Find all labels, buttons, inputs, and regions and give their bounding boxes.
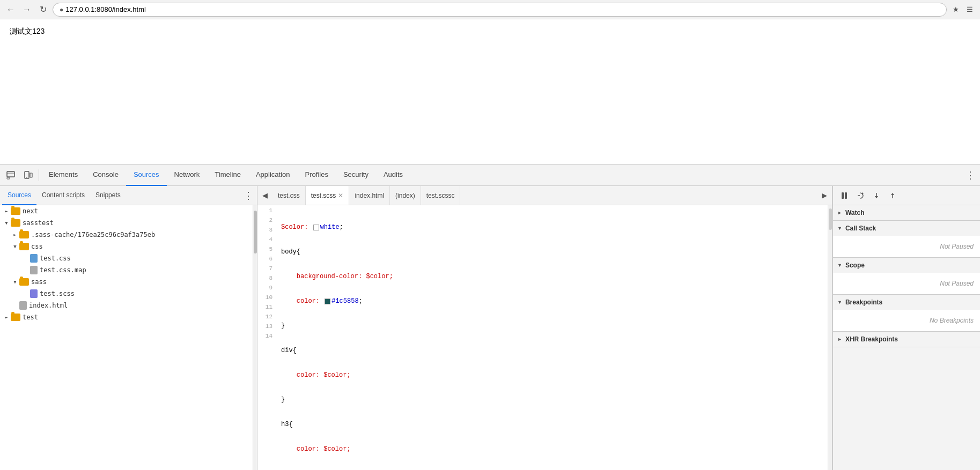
tree-item-test-scss[interactable]: test.scss xyxy=(0,288,253,300)
more-tabs-icon[interactable]: ⋮ xyxy=(963,168,978,183)
debug-toolbar xyxy=(833,186,980,205)
folder-label-test: test xyxy=(23,314,38,321)
back-button[interactable]: ← xyxy=(4,3,17,16)
file-panel: Sources Content scripts Snippets ⋮ ► nex… xyxy=(0,186,257,470)
editor-tab-label-test-css: test.css xyxy=(278,192,300,199)
tree-item-next[interactable]: ► next xyxy=(0,205,253,217)
breakpoints-section-header[interactable]: ▼ Breakpoints xyxy=(833,295,980,310)
editor-nav-left[interactable]: ◀ xyxy=(257,188,272,203)
bookmark-icon[interactable]: ★ xyxy=(950,4,962,16)
folder-icon-sass xyxy=(19,278,29,286)
devtools-tab-bar: Elements Console Sources Network Timelin… xyxy=(0,165,980,186)
debug-panel: ► Watch ▼ Call Stack Not Paused ▼ Scope xyxy=(832,186,980,470)
toggle-test[interactable]: ► xyxy=(2,313,11,322)
file-panel-tabs: Sources Content scripts Snippets ⋮ xyxy=(0,186,257,205)
watch-triangle-icon: ► xyxy=(837,210,842,215)
inspect-element-icon[interactable] xyxy=(2,167,19,184)
pause-button[interactable] xyxy=(837,189,851,203)
tree-item-index-html[interactable]: index.html xyxy=(0,300,253,311)
scope-section-header[interactable]: ▼ Scope xyxy=(833,258,980,273)
file-label-test-scss: test.scss xyxy=(40,290,75,297)
tree-item-sass-cache[interactable]: ► .sass-cache/176ea25c96c9af3a75eb xyxy=(0,229,253,241)
toggle-sasstest[interactable]: ▼ xyxy=(2,219,11,227)
tab-timeline[interactable]: Timeline xyxy=(207,165,248,186)
svg-marker-11 xyxy=(875,196,878,198)
breakpoints-section: ▼ Breakpoints No Breakpoints xyxy=(833,295,980,332)
snippets-tab[interactable]: Snippets xyxy=(90,186,126,205)
toggle-sass-cache[interactable]: ► xyxy=(11,230,19,239)
editor-nav-right[interactable]: ▶ xyxy=(817,188,832,203)
xhr-breakpoints-section-label: XHR Breakpoints xyxy=(845,335,898,343)
code-content[interactable]: $color: white ; body{ background-color: … xyxy=(277,205,828,470)
watch-section-label: Watch xyxy=(845,209,865,217)
folder-label-sasstest: sasstest xyxy=(23,219,54,227)
page-text: 测试文123 xyxy=(10,27,45,35)
svg-marker-13 xyxy=(891,193,894,195)
tab-security[interactable]: Security xyxy=(336,165,376,186)
xhr-breakpoints-triangle-icon: ► xyxy=(837,337,842,342)
tab-application[interactable]: Application xyxy=(248,165,298,186)
call-stack-content: Not Paused xyxy=(833,236,980,257)
file-tree-scrollbar[interactable] xyxy=(253,205,257,470)
reload-button[interactable]: ↻ xyxy=(36,3,49,16)
settings-icon[interactable]: ☰ xyxy=(964,4,976,16)
tab-audits[interactable]: Audits xyxy=(376,165,410,186)
breakpoints-triangle-icon: ▼ xyxy=(837,300,842,305)
watch-section: ► Watch xyxy=(833,205,980,221)
editor-tab-label-index-html: index.html xyxy=(355,192,384,199)
watch-section-header[interactable]: ► Watch xyxy=(833,205,980,220)
code-line-1: $color: white ; xyxy=(281,222,828,232)
code-line-6: div{ xyxy=(281,346,828,355)
editor-tab-index[interactable]: (index) xyxy=(390,186,421,205)
step-over-button[interactable] xyxy=(853,189,867,203)
editor-tab-index-html[interactable]: index.html xyxy=(349,186,390,205)
tree-item-sasstest[interactable]: ▼ sasstest xyxy=(0,217,253,229)
tree-item-sass[interactable]: ▼ sass xyxy=(0,276,253,288)
tab-profiles[interactable]: Profiles xyxy=(298,165,336,186)
code-line-9: h3{ xyxy=(281,420,828,429)
tree-item-test-css[interactable]: test.css xyxy=(0,252,253,264)
url-text: 127.0.0.1:8080/index.html xyxy=(65,5,146,13)
editor-tabs: ◀ test.css test.scss ✕ index.html (index… xyxy=(257,186,832,205)
xhr-breakpoints-section: ► XHR Breakpoints xyxy=(833,332,980,347)
tab-console[interactable]: Console xyxy=(85,165,126,186)
svg-rect-7 xyxy=(845,192,847,199)
folder-label-sass-cache: .sass-cache/176ea25c96c9af3a75eb xyxy=(31,231,155,238)
editor-panel: ◀ test.css test.scss ✕ index.html (index… xyxy=(257,186,832,470)
address-bar[interactable]: ● 127.0.0.1:8080/index.html xyxy=(53,3,947,17)
step-into-button[interactable] xyxy=(870,189,883,203)
xhr-breakpoints-section-header[interactable]: ► XHR Breakpoints xyxy=(833,332,980,347)
device-mode-icon[interactable] xyxy=(19,167,36,184)
call-stack-section-label: Call Stack xyxy=(845,225,876,232)
file-icon-test-css xyxy=(30,254,38,263)
tree-item-test-css-map[interactable]: test.css.map xyxy=(0,264,253,276)
scope-content: Not Paused xyxy=(833,273,980,294)
editor-scroll-track[interactable] xyxy=(828,205,832,470)
code-area[interactable]: 1 2 3 4 5 6 7 8 9 10 11 12 13 14 xyxy=(257,205,832,470)
toggle-next[interactable]: ► xyxy=(2,207,11,215)
file-label-test-css: test.css xyxy=(40,255,71,262)
toggle-css[interactable]: ▼ xyxy=(11,242,19,251)
file-panel-more-icon[interactable]: ⋮ xyxy=(242,189,255,202)
code-line-4: color: #1c5858 ; xyxy=(281,296,828,306)
color-swatch-white xyxy=(313,225,319,230)
sources-tab[interactable]: Sources xyxy=(2,186,36,205)
content-scripts-tab[interactable]: Content scripts xyxy=(36,186,90,205)
folder-label-next: next xyxy=(23,207,38,215)
toggle-sass[interactable]: ▼ xyxy=(11,278,19,286)
close-tab-test-scss[interactable]: ✕ xyxy=(338,192,343,199)
editor-tab-test-scss[interactable]: test.scss ✕ xyxy=(306,186,350,205)
forward-button[interactable]: → xyxy=(20,3,33,16)
call-stack-section-header[interactable]: ▼ Call Stack xyxy=(833,221,980,236)
editor-tab-test-css[interactable]: test.css xyxy=(272,186,306,205)
step-out-button[interactable] xyxy=(886,189,900,203)
tab-separator xyxy=(39,169,39,181)
tree-item-test[interactable]: ► test xyxy=(0,311,253,323)
tree-item-css[interactable]: ▼ css xyxy=(0,241,253,252)
tab-elements[interactable]: Elements xyxy=(41,165,85,186)
code-line-2: body{ xyxy=(281,247,828,257)
editor-tab-test-scssc[interactable]: test.scssc xyxy=(421,186,461,205)
tab-sources[interactable]: Sources xyxy=(126,165,167,186)
folder-label-css: css xyxy=(31,243,43,250)
tab-network[interactable]: Network xyxy=(167,165,208,186)
